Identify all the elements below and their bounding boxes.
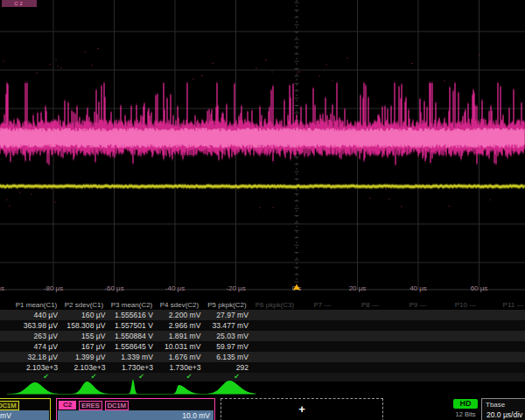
- param-value: 155 µV: [60, 331, 108, 341]
- param-value: 27.97 mV: [203, 310, 251, 320]
- param-value: 2.103e+3: [60, 362, 108, 373]
- param-value: 32.18 µV: [12, 352, 60, 362]
- param-column: P8 ---: [346, 300, 395, 382]
- hd-bits-label: 12 Bits: [446, 410, 485, 418]
- param-column: P9 ---: [394, 300, 442, 382]
- measure-table: P1 mean(C1)440 µV363.98 µV263 µV474 µV32…: [0, 300, 525, 382]
- param-column: P10 ---: [442, 300, 490, 382]
- param-value: 10.031 mV: [156, 341, 204, 352]
- param-value: 2.200 mV: [156, 310, 204, 320]
- time-axis-label: 20 µs: [332, 284, 384, 292]
- param-column: P1 mean(C1)440 µV363.98 µV263 µV474 µV32…: [12, 300, 60, 382]
- param-value: 1.891 mV: [156, 331, 204, 341]
- coupling-badge: DC1M: [105, 401, 129, 410]
- param-value: 440 µV: [12, 310, 60, 320]
- param-column-header[interactable]: P8 ---: [346, 300, 395, 310]
- param-value: 1.555616 V: [108, 310, 156, 320]
- param-column: P2 sdev(C1)160 µV158.308 µV155 µV167 µV1…: [60, 300, 108, 382]
- c2-vdiv-value: 10.0 mV: [58, 410, 214, 420]
- time-axis-label: -80 µs: [27, 284, 80, 292]
- param-value: 474 µV: [12, 341, 60, 352]
- param-histicon[interactable]: [153, 385, 202, 394]
- hd-badge[interactable]: HD: [453, 399, 478, 409]
- c1-badges: DC1M: [0, 401, 19, 410]
- param-column-header[interactable]: P9 ---: [394, 300, 442, 310]
- param-column: P6 pkpk(C3): [251, 300, 299, 382]
- param-histicon[interactable]: [112, 379, 153, 394]
- param-value: 292: [203, 362, 251, 373]
- param-value: 1.676 mV: [156, 352, 204, 362]
- param-column: P5 pkpk(C2)27.97 mV33.477 mV25.03 mV59.9…: [203, 300, 251, 382]
- time-axis-label: 60 µs: [453, 284, 506, 292]
- param-value: 1.557501 V: [108, 320, 156, 331]
- param-value: 263 µV: [12, 331, 60, 341]
- param-column: P7 ---: [298, 300, 346, 382]
- param-histicon[interactable]: [200, 381, 257, 394]
- oscilloscope-screen: C2 -100 µs-80 µs-60 µs-40 µs-20 µs0 s20 …: [0, 0, 525, 420]
- param-column: P4 sdev(C2)2.200 mV2.966 mV1.891 mV10.03…: [156, 300, 204, 382]
- c2-badges: ERESDC1M: [76, 401, 129, 410]
- param-column: P11 ---: [489, 300, 525, 382]
- param-value: 1.558645 V: [108, 341, 156, 352]
- param-value: 1.550884 V: [108, 331, 156, 341]
- c2-descriptor-box[interactable]: C2 ERESDC1M 10.0 mV: [56, 398, 215, 420]
- param-value: 160 µV: [60, 310, 108, 320]
- c1-descriptor-box[interactable]: C1 DC1M 10.0 mV: [0, 398, 51, 420]
- param-column-header[interactable]: P3 mean(C2): [108, 300, 156, 310]
- timebase-value: 20.0 µs/div: [486, 410, 522, 419]
- param-column-header[interactable]: P2 sdev(C1): [60, 300, 108, 310]
- time-axis-label: -20 µs: [210, 284, 262, 292]
- plus-icon: +: [221, 402, 382, 416]
- param-histicon[interactable]: [64, 382, 109, 394]
- coupling-badge: ERES: [79, 401, 102, 410]
- graticule: [0, 0, 525, 296]
- time-axis-label: -60 µs: [88, 284, 141, 292]
- c2-channel-tab[interactable]: C2: [59, 401, 76, 410]
- timebase-box[interactable]: Tbase 20.0 µs/div: [481, 398, 525, 420]
- param-column-header[interactable]: P7 ---: [298, 300, 346, 310]
- time-axis-label: -40 µs: [149, 284, 201, 292]
- param-value: 1.730e+3: [108, 362, 156, 373]
- trace-badge: C2: [2, 0, 37, 7]
- coupling-badge: DC1M: [0, 401, 19, 410]
- param-value: 2.966 mV: [156, 320, 204, 331]
- param-column-header[interactable]: P4 sdev(C2): [156, 300, 204, 310]
- param-value: 25.03 mV: [203, 331, 251, 341]
- param-value: 158.308 µV: [60, 320, 108, 331]
- param-histicon[interactable]: [10, 382, 59, 394]
- time-axis-label: -100 µs: [0, 284, 19, 292]
- param-column-header[interactable]: P5 pkpk(C2): [203, 300, 251, 310]
- param-value: 1.339 mV: [108, 352, 156, 362]
- param-value: 363.98 µV: [12, 320, 60, 331]
- param-value: 1.730e+3: [156, 362, 204, 373]
- param-column-header[interactable]: P11 ---: [489, 300, 525, 310]
- time-axis-label: 40 µs: [392, 284, 444, 292]
- c1-vdiv-value: 10.0 mV: [0, 410, 49, 420]
- param-value: 1.399 µV: [60, 352, 108, 362]
- param-value: 59.97 mV: [203, 341, 251, 352]
- param-column-header[interactable]: P10 ---: [442, 300, 490, 310]
- histicon-strip: [0, 374, 525, 396]
- param-value: 167 µV: [60, 341, 108, 352]
- param-value: 6.135 mV: [203, 352, 251, 362]
- param-column: P3 mean(C2)1.555616 V1.557501 V1.550884 …: [108, 300, 156, 382]
- trigger-position-marker[interactable]: [293, 284, 300, 290]
- c1-trace[interactable]: [0, 184, 524, 190]
- add-trace-box[interactable]: +: [220, 398, 383, 420]
- param-column-header[interactable]: P6 pkpk(C3): [251, 300, 299, 310]
- param-value: 2.103e+3: [12, 362, 60, 373]
- param-value: 33.477 mV: [203, 320, 251, 331]
- time-axis: -100 µs-80 µs-60 µs-40 µs-20 µs0 s20 µs4…: [0, 283, 525, 294]
- timebase-label: Tbase: [486, 401, 505, 409]
- param-column-header[interactable]: P1 mean(C1): [12, 300, 60, 310]
